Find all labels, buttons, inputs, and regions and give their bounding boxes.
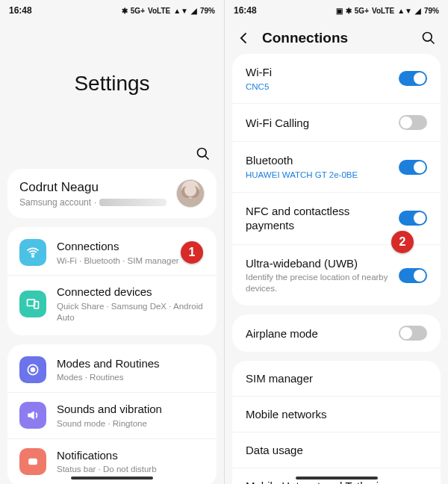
status-bar: 16:48 ✱ 5G+ VoLTE ▲▼ ◢ 79% — [0, 0, 224, 21]
account-card[interactable]: Codrut Neagu Samsung account · — [7, 169, 217, 218]
row-title: Mobile networks — [246, 408, 326, 421]
notif-icon — [19, 448, 46, 475]
devices-icon — [19, 291, 46, 317]
screen-header: Connections — [225, 21, 448, 54]
svg-line-12 — [431, 40, 435, 44]
toggle-airplane[interactable] — [399, 326, 427, 341]
row-title: NFC and contactless payments — [246, 204, 399, 233]
svg-point-10 — [34, 461, 36, 462]
svg-point-11 — [423, 33, 432, 42]
row-title: Sounds and vibration — [57, 402, 205, 417]
row-sim[interactable]: SIM manager — [232, 361, 441, 396]
row-subtitle: CNC5 — [246, 81, 399, 93]
svg-line-1 — [205, 156, 209, 160]
row-data[interactable]: Data usage — [232, 432, 441, 468]
row-title: Airplane mode — [246, 327, 318, 340]
svg-point-2 — [32, 255, 34, 257]
page-title: Settings — [0, 21, 224, 146]
row-title: Modes and Routines — [57, 356, 205, 371]
row-title: Wi-Fi Calling — [246, 116, 399, 131]
back-icon[interactable] — [237, 31, 252, 46]
row-subtitle: HUAWEI WATCH GT 2e-0BE — [246, 170, 399, 181]
airplane-card: Airplane mode — [232, 314, 441, 352]
toggle-nfc[interactable] — [399, 211, 427, 226]
account-sub: Samsung account · — [19, 197, 167, 208]
row-connected-devices[interactable]: Connected devices Quick Share · Samsung … — [7, 275, 217, 332]
row-subtitle: Sound mode · Ringtone — [57, 418, 205, 429]
callout-2: 2 — [391, 231, 414, 253]
modes-icon — [19, 356, 46, 383]
row-connections[interactable]: Connections Wi-Fi · Bluetooth · SIM mana… — [7, 230, 217, 275]
row-title: Connected devices — [57, 285, 205, 300]
toggle-wificalling[interactable] — [399, 115, 427, 130]
row-subtitle: Status bar · Do not disturb — [57, 464, 205, 475]
callout-1: 1 — [181, 241, 203, 264]
svg-point-6 — [31, 368, 35, 372]
row-wificalling[interactable]: Wi-Fi Calling — [232, 103, 441, 141]
links-card: SIM managerMobile networksData usageMobi… — [232, 361, 441, 484]
settings-group: Modes and Routines Modes · Routines Soun… — [7, 344, 217, 484]
row-title: Notifications — [57, 448, 205, 463]
toggle-uwb[interactable] — [399, 268, 427, 283]
settings-group: Connections Wi-Fi · Bluetooth · SIM mana… — [7, 227, 217, 335]
phone-settings: 16:48 ✱ 5G+ VoLTE ▲▼ ◢ 79% Settings Codr… — [0, 0, 224, 484]
screen-title: Connections — [262, 30, 411, 46]
toggle-bluetooth[interactable] — [399, 160, 427, 175]
row-title: Mobile Hotspot and Tethering — [246, 480, 391, 484]
status-bar: 16:48 ▣✱ 5G+ VoLTE ▲▼ ◢ 79% — [225, 0, 448, 21]
row-bluetooth[interactable]: BluetoothHUAWEI WATCH GT 2e-0BE — [232, 141, 441, 191]
wifi-icon — [19, 239, 46, 266]
row-mobile[interactable]: Mobile networks — [232, 396, 441, 432]
status-icons: ▣✱ 5G+ VoLTE ▲▼ ◢ 79% — [336, 7, 439, 15]
clock: 16:48 — [234, 5, 257, 16]
avatar[interactable] — [176, 179, 205, 208]
clock: 16:48 — [9, 5, 32, 16]
row-subtitle: Modes · Routines — [57, 372, 205, 383]
search-icon[interactable] — [196, 146, 211, 161]
row-subtitle: Quick Share · Samsung DeX · Android Auto — [57, 301, 205, 323]
row-title: SIM manager — [246, 372, 313, 385]
account-name: Codrut Neagu — [19, 180, 167, 195]
sound-icon — [19, 402, 46, 429]
row-sounds[interactable]: Sounds and vibration Sound mode · Ringto… — [7, 392, 217, 438]
row-title: Data usage — [246, 444, 303, 456]
nav-pill — [71, 477, 153, 480]
phone-connections: 16:48 ▣✱ 5G+ VoLTE ▲▼ ◢ 79% Connections … — [224, 0, 448, 484]
row-nfc[interactable]: NFC and contactless payments 2 — [232, 192, 441, 244]
row-airplane[interactable]: Airplane mode — [232, 314, 441, 352]
row-modes[interactable]: Modes and Routines Modes · Routines — [7, 347, 217, 392]
toggles-card: Wi-FiCNC5 Wi-Fi Calling BluetoothHUAWEI … — [232, 54, 441, 305]
row-title: Bluetooth — [246, 153, 399, 168]
row-subtitle: Identify the precise location of nearby … — [246, 272, 399, 294]
toggle-wifi[interactable] — [399, 71, 427, 86]
svg-point-0 — [198, 149, 207, 158]
row-title: Ultra-wideband (UWB) — [246, 256, 399, 271]
search-icon[interactable] — [421, 31, 436, 46]
row-wifi[interactable]: Wi-FiCNC5 — [232, 54, 441, 103]
nav-pill — [296, 477, 378, 480]
row-title: Wi-Fi — [246, 65, 399, 80]
row-uwb[interactable]: Ultra-wideband (UWB)Identify the precise… — [232, 244, 441, 305]
status-icons: ✱ 5G+ VoLTE ▲▼ ◢ 79% — [122, 7, 215, 15]
